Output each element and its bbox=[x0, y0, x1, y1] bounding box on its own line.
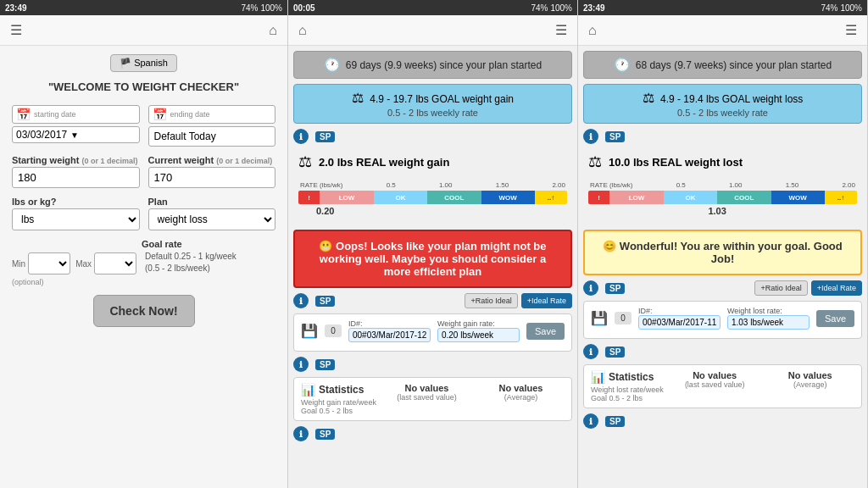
middle-id-card-row: 💾 0 ID#: Weight gain rate: Save bbox=[301, 319, 565, 342]
left-nav-bar: ☰ ⌂ bbox=[0, 15, 287, 46]
max-select[interactable] bbox=[94, 252, 136, 274]
check-now-button[interactable]: Check Now! bbox=[93, 295, 195, 327]
save-button-right[interactable]: Save bbox=[816, 310, 854, 327]
middle-time: 00:05 bbox=[293, 3, 315, 13]
starting-date-value-wrapper[interactable]: 03/03/2017 ▼ bbox=[12, 126, 140, 143]
save-button-middle[interactable]: Save bbox=[526, 323, 565, 340]
middle-stats-header: 📊 Statistics bbox=[301, 383, 376, 396]
right-menu-icon[interactable]: ☰ bbox=[845, 22, 857, 38]
middle-id-label: ID#: bbox=[348, 319, 431, 328]
rate-seg-red-r: ! bbox=[588, 191, 609, 204]
right-stats-sub1: Weight lost rate/week bbox=[591, 385, 664, 394]
middle-days-banner: 🕐 69 days (9.9 weeks) since your plan st… bbox=[293, 51, 572, 79]
right-stats-col1-sub: (last saved value) bbox=[670, 380, 760, 389]
middle-stats-col1-sub: (last saved value) bbox=[383, 393, 470, 402]
right-id-label: ID#: bbox=[638, 307, 721, 315]
scale-icon-right-goal: ⚖ bbox=[643, 91, 654, 105]
ratio-ideal-button-right[interactable]: +Ratio Ideal bbox=[754, 280, 807, 296]
middle-action-row: ℹ SP +Ratio Ideal +Ideal Rate bbox=[293, 293, 572, 308]
max-group: Max bbox=[75, 252, 136, 274]
right-real-weight-text: 10.0 lbs REAL weight lost bbox=[609, 156, 743, 169]
ideal-rate-button-middle[interactable]: +Ideal Rate bbox=[521, 293, 572, 308]
right-goal-main: ⚖ 4.9 - 19.4 lbs GOAL weight loss bbox=[593, 90, 853, 106]
optional-label: (optional) bbox=[12, 278, 275, 286]
info-badge-right-3[interactable]: ℹ bbox=[583, 344, 598, 359]
date-row: 📅 starting date 03/03/2017 ▼ 📅 ending da… bbox=[12, 105, 275, 147]
info-badge-right-1[interactable]: ℹ bbox=[583, 129, 598, 144]
middle-rate-bar-section: RATE (lbs/wk) 0.5 1.00 1.50 2.00 ! LOW O… bbox=[293, 180, 572, 206]
min-label: Min bbox=[12, 259, 25, 269]
right-message-text: 😊 Wonderful! You are within your goal. G… bbox=[603, 240, 843, 265]
unit-select[interactable]: lbs kg bbox=[12, 208, 140, 230]
middle-stats-col1-value: No values bbox=[383, 383, 470, 393]
middle-stats-col2-sub: (Average) bbox=[477, 393, 565, 402]
right-real-weight: ⚖ 10.0 lbs REAL weight lost bbox=[583, 149, 862, 175]
middle-stats-col2: No values (Average) bbox=[477, 383, 565, 402]
left-home-icon[interactable]: ⌂ bbox=[269, 23, 277, 38]
info-badge-right-2[interactable]: ℹ bbox=[583, 280, 598, 296]
weight-row: Starting weight (0 or 1 decimal) Current… bbox=[12, 155, 275, 188]
right-signal: 100% bbox=[840, 3, 862, 13]
info-badge-middle-3[interactable]: ℹ bbox=[293, 357, 309, 372]
rate-label-left-m: RATE (lbs/wk) bbox=[300, 181, 343, 189]
middle-id-group: ID#: bbox=[348, 319, 431, 342]
info-badge-middle-2[interactable]: ℹ bbox=[293, 293, 309, 308]
sp-badge-middle-2[interactable]: SP bbox=[315, 296, 335, 307]
plan-select[interactable]: weight loss weight gain bbox=[148, 208, 276, 230]
sp-badge-right-2[interactable]: SP bbox=[605, 283, 625, 294]
middle-menu-icon[interactable]: ☰ bbox=[555, 22, 567, 38]
middle-content: 🕐 69 days (9.9 weeks) since your plan st… bbox=[288, 46, 577, 488]
ending-date-value-wrapper[interactable]: Default Today bbox=[148, 126, 276, 147]
date-dropdown-icon[interactable]: ▼ bbox=[70, 130, 79, 140]
scale-icon-right-real: ⚖ bbox=[588, 152, 602, 171]
middle-rate-numbers: RATE (lbs/wk) 0.5 1.00 1.50 2.00 bbox=[298, 181, 567, 189]
right-stats-col1-value: No values bbox=[670, 370, 760, 380]
info-badge-middle-4[interactable]: ℹ bbox=[293, 426, 309, 441]
sp-badge-middle-1[interactable]: SP bbox=[315, 131, 335, 142]
current-weight-input[interactable] bbox=[148, 167, 276, 188]
middle-info-row-2: ℹ SP bbox=[293, 293, 335, 308]
sp-badge-right-4[interactable]: SP bbox=[605, 416, 625, 427]
sp-badge-right-1[interactable]: SP bbox=[605, 131, 625, 142]
starting-date-wrapper: 📅 starting date bbox=[12, 105, 140, 124]
right-id-fields: ID#: Weight lost rate: Save bbox=[638, 307, 854, 330]
rate-seg-ok-m: OK bbox=[374, 191, 427, 204]
right-stats-inner: 📊 Statistics Weight lost rate/week Goal … bbox=[591, 370, 854, 402]
stats-icon-middle: 📊 bbox=[301, 383, 315, 396]
left-menu-icon[interactable]: ☰ bbox=[10, 22, 22, 38]
middle-stats-col2-value: No values bbox=[477, 383, 565, 393]
max-label: Max bbox=[75, 259, 92, 269]
right-rate-value[interactable] bbox=[727, 315, 810, 330]
language-button[interactable]: 🏴 Spanish bbox=[110, 54, 177, 72]
right-id-number: 0 bbox=[615, 312, 632, 324]
ratio-ideal-button-middle[interactable]: +Ratio Ideal bbox=[465, 293, 517, 308]
sp-badge-middle-4[interactable]: SP bbox=[315, 429, 335, 440]
sp-badge-right-3[interactable]: SP bbox=[605, 347, 625, 358]
right-content: 🕐 68 days (9.7 weeks) since your plan st… bbox=[578, 46, 867, 488]
scale-icon-middle-goal: ⚖ bbox=[352, 91, 364, 105]
middle-real-weight: ⚖ 2.0 lbs REAL weight gain bbox=[293, 149, 572, 175]
cal-icon-start: 📅 bbox=[16, 108, 31, 121]
right-stats-left: 📊 Statistics Weight lost rate/week Goal … bbox=[591, 370, 664, 402]
starting-weight-input[interactable] bbox=[12, 167, 140, 188]
middle-status-bar: 00:05 74% 100% bbox=[288, 0, 577, 15]
middle-info-row-3: ℹ SP bbox=[293, 357, 572, 372]
clock-icon-middle: 🕐 bbox=[324, 57, 341, 73]
rate-seg-low-m: LOW bbox=[320, 191, 373, 204]
right-goal-sub: 0.5 - 2 lbs weekly rate bbox=[593, 108, 853, 118]
middle-stats-sub1: Weight gain rate/week bbox=[301, 398, 376, 407]
sp-badge-middle-3[interactable]: SP bbox=[315, 359, 335, 370]
middle-home-icon[interactable]: ⌂ bbox=[298, 23, 307, 38]
info-badge-middle-1[interactable]: ℹ bbox=[293, 129, 309, 144]
ideal-rate-button-right[interactable]: +Ideal Rate bbox=[811, 280, 862, 296]
rate-seg-extra-r: ..↑ bbox=[825, 191, 857, 204]
middle-rate-value[interactable] bbox=[437, 328, 520, 342]
left-panel: 23:49 74% 100% ☰ ⌂ 🏴 Spanish "WELCOME TO… bbox=[0, 0, 288, 488]
left-time: 23:49 bbox=[5, 3, 27, 13]
right-id-value[interactable] bbox=[638, 315, 721, 330]
middle-rate-group: Weight gain rate: bbox=[437, 319, 520, 342]
min-select[interactable] bbox=[28, 252, 70, 274]
middle-id-value[interactable] bbox=[348, 328, 431, 342]
info-badge-right-4[interactable]: ℹ bbox=[583, 413, 598, 429]
right-home-icon[interactable]: ⌂ bbox=[588, 23, 597, 38]
